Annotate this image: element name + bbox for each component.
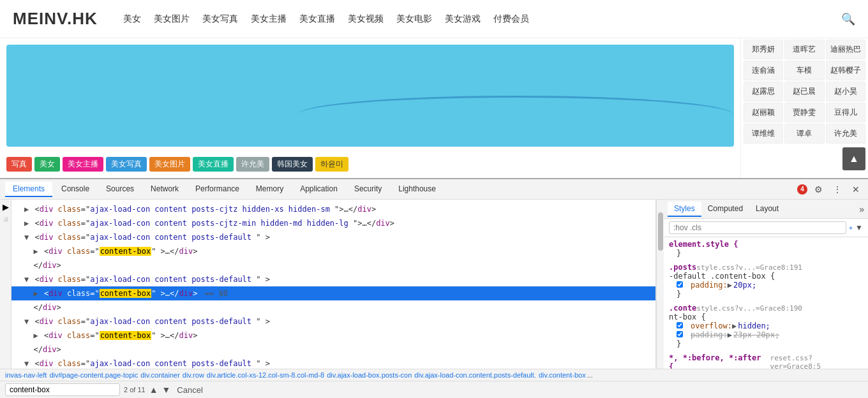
sidebar-tag[interactable]: 赵已晨 [784,82,824,101]
sidebar-tag[interactable]: 贾静雯 [784,103,824,122]
dom-line[interactable]: ▼ <div class="ajax-load-con content post… [11,357,655,369]
tag-row: 写真美女美女主播美女写真美女图片美女直播许允美韩国美女하윤미 [0,153,740,175]
page-content: 写真美女美女主播美女写真美女图片美女直播许允美韩国美女하윤미 郑秀妍道晖艺迪丽热… [0,38,868,178]
content-tag[interactable]: 写真 [6,157,32,172]
logo[interactable]: MEINV.HK [13,9,98,29]
devtools-tab-security[interactable]: Security [347,182,389,197]
top-nav: MEINV.HK 美女美女图片美女写真美女主播美女直播美女视频美女电影美女游戏付… [0,0,868,38]
breadcrumb-bar: invas-nav-left div#page-content.page-top… [0,369,868,381]
content-tag[interactable]: 하윤미 [315,157,348,172]
error-badge: 4 [797,184,807,195]
dom-line[interactable]: ▼ <div class="ajax-load-con content post… [11,314,655,328]
search-input[interactable] [5,383,120,396]
devtools-scrollbar[interactable] [656,200,664,369]
sidebar-tag[interactable]: 迪丽热巴 [826,40,865,59]
devtools-tab-elements[interactable]: Elements [5,182,52,197]
devtools-more-button[interactable]: ⋮ [830,183,845,196]
breadcrumb-more[interactable]: ... [587,371,593,379]
scroll-up-button[interactable]: ▲ [842,147,865,170]
search-next-button[interactable]: ▼ [162,385,171,395]
devtools-tab-icons: 4 ⚙ ⋮ ✕ [797,183,863,196]
devtools-tab-console[interactable]: Console [54,182,97,197]
content-tag[interactable]: 美女写真 [106,157,147,172]
styles-filter-input[interactable] [669,221,846,234]
styles-tab-layout[interactable]: Layout [749,202,785,217]
sidebar-tag[interactable]: 道晖艺 [784,40,824,59]
styles-tab-computed[interactable]: Computed [701,202,749,217]
search-cancel-button[interactable]: Cancel [177,385,202,395]
content-tag[interactable]: 美女主播 [63,157,103,172]
prop-checkbox3[interactable] [677,331,683,337]
sidebar-tag[interactable]: 赵韩樱子 [826,61,865,80]
filter-hov-button[interactable]: + [849,224,853,232]
devtools-tab-sources[interactable]: Sources [98,182,142,197]
dom-line[interactable]: ▶ <div class="content-box" >…</div> [11,244,655,258]
styles-content: element.style { } .posts style.css?v...=… [664,237,868,369]
sidebar-tag[interactable]: 赵露思 [744,82,783,101]
nav-item[interactable]: 美女写真 [202,13,238,25]
error-circle: 4 [797,184,807,195]
sidebar-tag[interactable]: 赵丽颖 [744,103,783,122]
filter-toggle-button[interactable]: ▼ [855,223,863,232]
sidebar-tag[interactable]: 连俞涵 [744,61,783,80]
styles-tab-styles[interactable]: Styles [668,202,701,217]
devtools-tab-lighthouse[interactable]: Lighthouse [391,182,444,197]
devtools-settings-button[interactable]: ⚙ [811,183,826,196]
dom-line[interactable]: ▼ <div class="ajax-load-con content post… [11,272,655,286]
breadcrumb-item[interactable]: div.ajax-load-box.posts-con [327,371,412,379]
search-prev-button[interactable]: ▲ [149,385,158,395]
sidebar-tag[interactable]: 许允美 [826,124,865,144]
breadcrumb-item[interactable]: invas-nav-left [5,371,47,379]
styles-tabs-bar: StylesComputedLayout» [664,200,868,219]
breadcrumb-item[interactable]: div.ajax-load-con.content.posts-default. [414,371,536,379]
nav-item[interactable]: 付费会员 [493,13,529,25]
scrollbar-thumb [658,212,663,251]
nav-item[interactable]: 美女电影 [396,13,432,25]
styles-expand-icon[interactable]: » [859,204,864,214]
content-tag[interactable]: 韩国美女 [272,157,313,172]
nav-item[interactable]: 美女游戏 [445,13,481,25]
breadcrumb-item[interactable]: div.container [140,371,180,379]
device-toggle-button[interactable]: ◽ [1,214,11,224]
breadcrumb-item[interactable]: div#page-content.page-topic [49,371,138,379]
content-tag[interactable]: 美女直播 [193,157,234,172]
nav-item[interactable]: 美女图片 [154,13,190,25]
dom-line[interactable]: </div> [11,258,655,272]
style-rule-posts: .posts style.css?v...=Grace8:191 -defaul… [669,263,863,298]
dom-line[interactable]: </div> [11,300,655,314]
search-count: 2 of 11 [124,386,146,394]
nav-item[interactable]: 美女主播 [251,13,287,25]
devtools-close-button[interactable]: ✕ [849,183,863,196]
dom-line[interactable]: ▶ <div class="content-box" >…</div> == $… [11,286,655,300]
content-tag[interactable]: 许允美 [236,157,269,172]
sidebar-tag[interactable]: 车模 [784,61,824,80]
sidebar-tag[interactable]: 郑秀妍 [744,40,783,59]
style-rule-reset: *, *:before, *:after { reset.css?ver=Gra… [669,353,863,369]
dom-line[interactable]: ▶ <div class="ajax-load-con content post… [11,202,655,216]
sidebar-tag[interactable]: 豆得儿 [826,103,865,122]
search-icon-nav[interactable]: 🔍 [841,12,855,26]
devtools-tab-performance[interactable]: Performance [188,182,247,197]
nav-item[interactable]: 美女直播 [299,13,335,25]
content-tag[interactable]: 美女图片 [149,157,190,172]
sidebar-tag[interactable]: 谭维维 [744,124,783,144]
dom-line[interactable]: ▶ <div class="content-box" >…</div> [11,328,655,343]
inspect-element-button[interactable]: ▶ [3,202,9,212]
dom-line[interactable]: ▶ <div class="ajax-load-con content post… [11,216,655,230]
breadcrumb-item[interactable]: div.row [183,371,204,379]
sidebar-tag[interactable]: 赵小昊 [826,82,865,101]
breadcrumb-item[interactable]: div.article.col-xs-12.col-sm-8.col-md-8 [207,371,324,379]
dom-line[interactable]: </div> [11,343,655,357]
devtools-tab-network[interactable]: Network [143,182,186,197]
prop-checkbox2[interactable] [677,322,683,328]
dom-line[interactable]: ▼ <div class="ajax-load-con content post… [11,230,655,244]
prop-checkbox[interactable] [677,281,683,288]
breadcrumb-item[interactable]: div.content-box [539,371,586,379]
devtools-tab-memory[interactable]: Memory [248,182,291,197]
sidebar-tag[interactable]: 谭卓 [784,124,824,144]
nav-item[interactable]: 美女 [123,13,141,25]
devtools-tab-application[interactable]: Application [292,182,345,197]
nav-item[interactable]: 美女视频 [348,13,384,25]
content-tag[interactable]: 美女 [34,157,60,172]
elements-panel: ▶ <div class="ajax-load-con content post… [11,200,656,369]
